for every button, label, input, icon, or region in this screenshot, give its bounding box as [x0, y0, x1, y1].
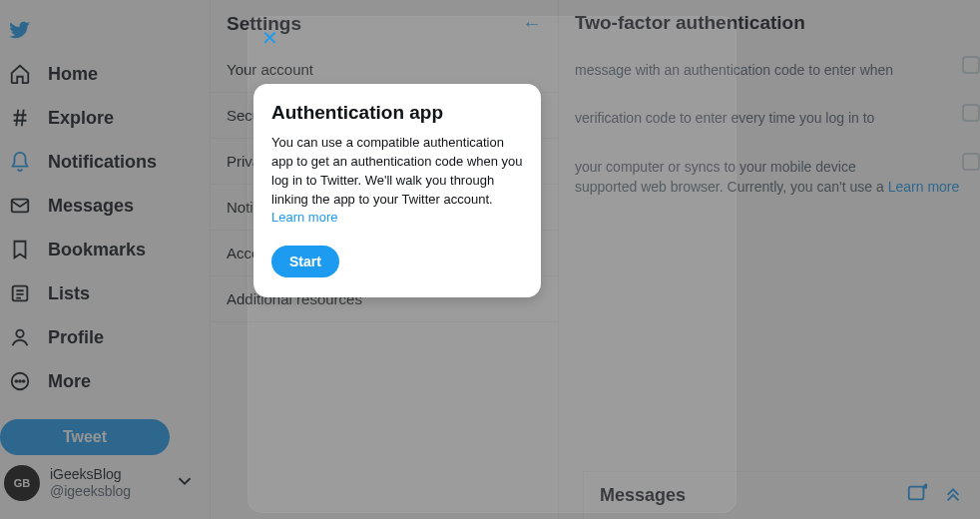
auth-app-dialog: Authentication app You can use a compati…: [253, 84, 541, 297]
dialog-title: Authentication app: [271, 102, 523, 124]
app-root: Home Explore Notifications Messages Book…: [0, 0, 980, 519]
start-button[interactable]: Start: [271, 246, 339, 277]
close-icon[interactable]: ✕: [261, 26, 278, 50]
dialog-body-text: You can use a compatible authentication …: [271, 135, 523, 207]
dialog-body: You can use a compatible authentication …: [271, 134, 523, 228]
dialog-learn-link[interactable]: Learn more: [271, 210, 337, 225]
